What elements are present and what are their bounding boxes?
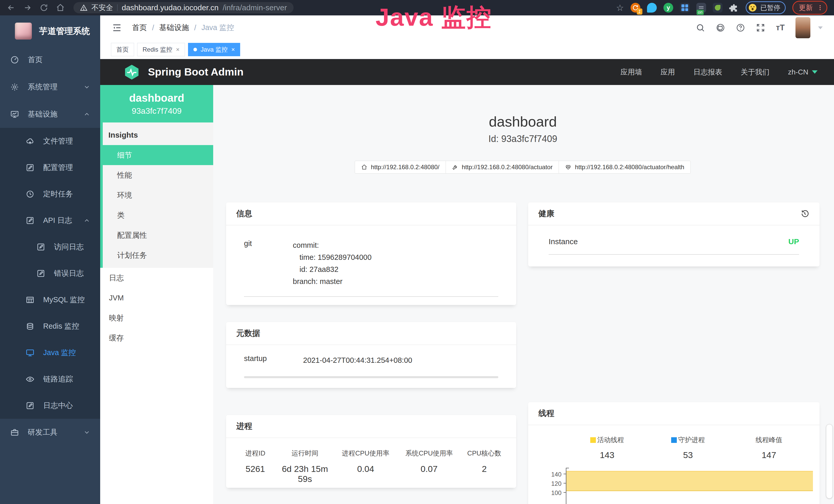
scrollbar-thumb[interactable] — [826, 424, 833, 499]
help-icon[interactable] — [736, 23, 745, 32]
refresh-icon[interactable] — [40, 3, 48, 12]
legend-blue-swatch — [671, 437, 677, 443]
insight-item-environment[interactable]: 环境 — [103, 185, 213, 205]
github-icon[interactable] — [716, 23, 725, 32]
health-card-title: 健康 — [539, 208, 554, 219]
legend-daemon-threads[interactable]: 守护进程 53 — [648, 435, 728, 460]
health-row-label: Instance — [549, 237, 578, 246]
view-item-logs[interactable]: 日志 — [100, 268, 213, 288]
user-menu-caret-icon[interactable] — [818, 26, 823, 29]
extension-pin-icon[interactable] — [647, 3, 657, 13]
extension-tampermonkey-icon[interactable]: on — [696, 3, 706, 13]
sidebar-item-java-monitor[interactable]: Java 监控 — [0, 339, 100, 366]
tab-redis-monitor[interactable]: Redis 监控 × — [137, 43, 185, 56]
metadata-key: startup — [244, 354, 303, 366]
fullscreen-icon[interactable] — [756, 23, 765, 32]
sidebar-item-infrastructure[interactable]: 基础设施 — [0, 101, 100, 128]
briefcase-icon — [10, 428, 19, 437]
breadcrumb-section[interactable]: 基础设施 — [159, 23, 189, 33]
sidebar-item-scheduled-jobs[interactable]: 定时任务 — [0, 181, 100, 207]
sidebar-item-access-logs[interactable]: 访问日志 — [0, 234, 100, 260]
sba-nav-applications[interactable]: 应用 — [661, 67, 675, 77]
insight-item-scheduled-tasks[interactable]: 计划任务 — [103, 245, 213, 265]
threads-area-chart: 140 120 100 — [543, 470, 813, 504]
sba-nav-about[interactable]: 关于我们 — [741, 67, 770, 77]
horizontal-scrollbar[interactable] — [244, 376, 498, 378]
log-edit-icon — [26, 216, 35, 225]
sidebar-item-home[interactable]: 首页 — [0, 46, 100, 73]
sidebar-item-config-management[interactable]: 配置管理 — [0, 154, 100, 181]
insight-item-classes[interactable]: 类 — [103, 205, 213, 225]
extension-y-icon[interactable]: y — [663, 3, 673, 13]
extensions-puzzle-icon[interactable] — [729, 3, 739, 13]
health-url-button[interactable]: http://192.168.0.2:48080/actuator/health — [559, 161, 691, 174]
home-icon[interactable] — [56, 3, 65, 12]
view-item-mappings[interactable]: 映射 — [100, 308, 213, 328]
breadcrumb: 首页 / 基础设施 / Java 监控 — [132, 23, 234, 33]
close-icon[interactable]: × — [231, 46, 235, 53]
translate-paused-badge[interactable]: 已暂停 — [746, 1, 786, 14]
sba-brand-title[interactable]: Spring Boot Admin — [148, 66, 243, 78]
page-title: dashboard — [226, 113, 820, 130]
insight-item-config-props[interactable]: 配置属性 — [103, 225, 213, 245]
extension-grid-icon[interactable] — [680, 3, 690, 13]
sidebar-item-tracing[interactable]: 链路追踪 — [0, 366, 100, 392]
sidebar-item-dev-tools[interactable]: 研发工具 — [0, 419, 100, 446]
process-col-process-cpu: 进程CPU使用率0.04 — [333, 449, 399, 484]
extension-sync-icon[interactable]: 1 — [631, 3, 640, 13]
sidebar-item-redis-monitor[interactable]: Redis 监控 — [0, 313, 100, 339]
sba-logo-icon[interactable] — [123, 64, 140, 81]
info-card: 信息 git commit: time: 1596289704000 id: 2… — [226, 202, 516, 305]
legend-live-threads[interactable]: 活动线程 143 — [567, 435, 648, 460]
sidebar-item-file-management[interactable]: 文件管理 — [0, 128, 100, 154]
shocked-emoji-icon — [748, 3, 757, 12]
insight-item-details[interactable]: 细节 — [103, 145, 213, 165]
active-dot-icon — [193, 48, 197, 51]
sba-nav-wall[interactable]: 应用墙 — [620, 67, 642, 77]
history-icon[interactable] — [800, 209, 809, 218]
font-size-icon[interactable]: тТ — [776, 23, 785, 32]
tab-home[interactable]: 首页 — [111, 43, 134, 56]
view-item-caches[interactable]: 缓存 — [100, 328, 213, 348]
sba-nav-journal[interactable]: 日志报表 — [694, 67, 722, 77]
address-bar[interactable]: 不安全 dashboard.yudao.iocoder.cn/infra/adm… — [73, 2, 293, 13]
y-axis-cap — [566, 468, 569, 468]
chevron-down-icon — [812, 70, 817, 74]
tab-java-monitor[interactable]: Java 监控 × — [188, 43, 240, 56]
insight-item-metrics[interactable]: 性能 — [103, 165, 213, 185]
heartbeat-icon — [565, 164, 571, 170]
url-host: dashboard.yudao.iocoder.cn — [122, 3, 219, 12]
close-icon[interactable]: × — [176, 46, 179, 53]
app-title: 芋道管理系统 — [39, 25, 90, 37]
sba-locale-select[interactable]: zh-CN — [788, 68, 817, 76]
sidebar-item-mysql-monitor[interactable]: MySQL 监控 — [0, 287, 100, 313]
sidebar-item-error-logs[interactable]: 错误日志 — [0, 260, 100, 287]
main-sidebar: 芋道管理系统 首页 系统管理 基础设施 文件管理 配置管理 — [0, 16, 100, 504]
chevron-up-icon — [83, 111, 90, 118]
app-logo-row[interactable]: 芋道管理系统 — [0, 16, 100, 46]
kebab-menu-icon[interactable] — [817, 4, 824, 11]
user-avatar[interactable] — [795, 17, 810, 38]
instance-header[interactable]: dashboard 93a3fc7f7409 — [100, 85, 213, 122]
breadcrumb-home[interactable]: 首页 — [132, 23, 147, 33]
sidebar-fold-icon[interactable] — [111, 22, 122, 33]
instance-name: dashboard — [129, 92, 184, 104]
chrome-update-button[interactable]: 更新 — [792, 1, 827, 15]
view-item-jvm[interactable]: JVM — [100, 288, 213, 308]
search-icon[interactable] — [696, 23, 705, 32]
back-icon[interactable] — [7, 3, 16, 12]
sidebar-item-system[interactable]: 系统管理 — [0, 73, 100, 101]
bookmark-star-icon[interactable]: ☆ — [616, 3, 624, 12]
process-col-pid: 进程ID5261 — [233, 449, 278, 484]
actuator-url-button[interactable]: http://192.168.0.2:48080/actuator — [446, 161, 559, 174]
metadata-card: 元数据 startup 2021-04-27T00:44:31.254+08:0… — [226, 322, 516, 388]
extension-leaf-icon[interactable] — [713, 3, 723, 13]
process-col-uptime: 运行时间6d 23h 15m 59s — [278, 449, 333, 484]
sidebar-item-log-center[interactable]: 日志中心 — [0, 392, 100, 419]
sidebar-item-api-logs[interactable]: API 日志 — [0, 207, 100, 234]
service-url-button[interactable]: http://192.168.0.2:48080/ — [355, 161, 446, 174]
forward-icon[interactable] — [23, 3, 32, 12]
breadcrumb-current: Java 监控 — [201, 23, 234, 33]
live-threads-area — [566, 471, 813, 491]
divider — [244, 296, 498, 297]
